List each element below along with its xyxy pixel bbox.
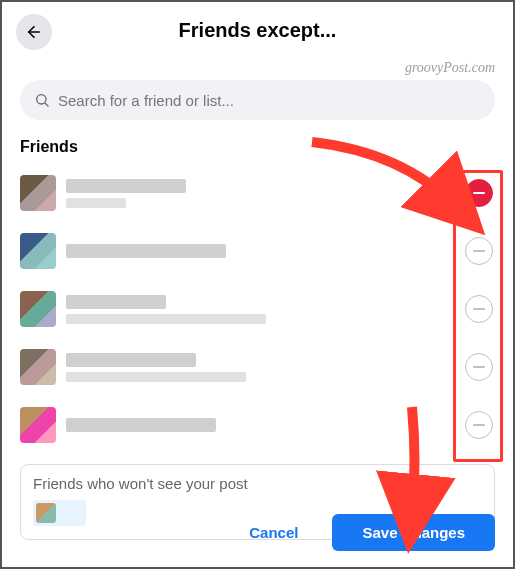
friend-subtext-redacted — [66, 198, 126, 208]
exclude-toggle-button[interactable] — [465, 295, 493, 323]
friend-name-block — [66, 179, 186, 208]
friend-name-block — [66, 244, 226, 258]
friend-name-redacted — [66, 179, 186, 193]
exclude-toggle-button[interactable] — [465, 411, 493, 439]
minus-icon — [473, 424, 485, 426]
exclude-toggle-button[interactable] — [465, 353, 493, 381]
friend-name-redacted — [66, 244, 226, 258]
friend-row[interactable] — [20, 280, 495, 338]
friend-subtext-redacted — [66, 314, 266, 324]
arrow-left-icon — [25, 23, 43, 41]
search-input[interactable] — [58, 92, 481, 109]
watermark-text: groovyPost.com — [405, 60, 495, 76]
search-field-wrap[interactable] — [20, 80, 495, 120]
dialog-footer: Cancel Save Changes — [2, 500, 513, 567]
minus-icon — [473, 250, 485, 252]
back-button[interactable] — [16, 14, 52, 50]
avatar — [20, 291, 56, 327]
avatar — [20, 233, 56, 269]
friend-row[interactable] — [20, 396, 495, 454]
avatar — [20, 407, 56, 443]
friend-name-block — [66, 295, 266, 324]
dialog-header: Friends except... — [2, 2, 513, 58]
friend-list — [20, 164, 495, 454]
friend-subtext-redacted — [66, 372, 246, 382]
minus-icon — [473, 366, 485, 368]
friend-name-redacted — [66, 295, 166, 309]
friend-row[interactable] — [20, 164, 495, 222]
search-icon — [34, 92, 50, 108]
minus-icon — [473, 308, 485, 310]
friend-name-redacted — [66, 353, 196, 367]
avatar — [20, 175, 56, 211]
exclude-toggle-button[interactable] — [465, 179, 493, 207]
friend-name-redacted — [66, 418, 216, 432]
friend-row[interactable] — [20, 338, 495, 396]
cancel-button[interactable]: Cancel — [223, 514, 324, 551]
svg-point-1 — [37, 95, 46, 104]
dialog-title: Friends except... — [179, 19, 337, 42]
friend-name-block — [66, 353, 246, 382]
svg-line-2 — [45, 103, 48, 106]
friend-name-block — [66, 418, 216, 432]
minus-icon — [473, 192, 485, 194]
friend-row[interactable] — [20, 222, 495, 280]
excluded-label: Friends who won't see your post — [33, 475, 482, 492]
save-changes-button[interactable]: Save Changes — [332, 514, 495, 551]
friends-section-label: Friends — [20, 138, 495, 156]
exclude-toggle-button[interactable] — [465, 237, 493, 265]
avatar — [20, 349, 56, 385]
